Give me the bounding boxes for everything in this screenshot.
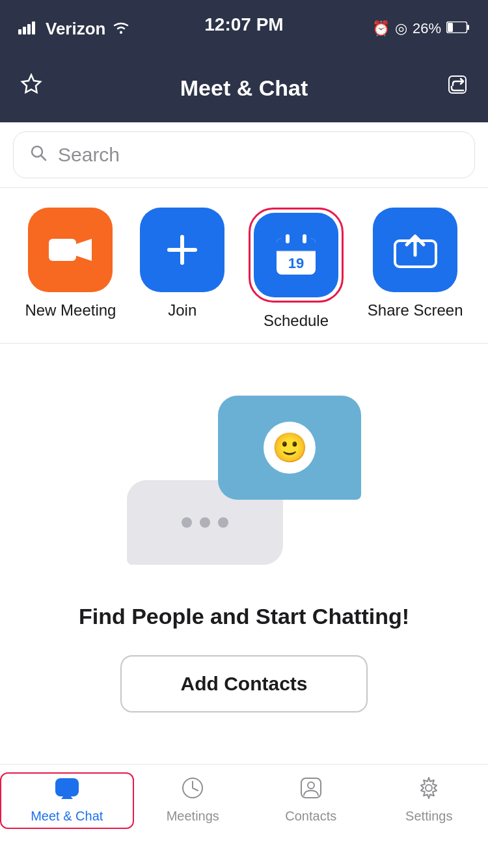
join-action[interactable]: Join (140, 208, 224, 319)
svg-point-25 (426, 785, 432, 791)
dot-2 (200, 517, 210, 528)
dot-3 (218, 517, 228, 528)
svg-rect-19 (303, 234, 306, 243)
schedule-highlight: 19 (249, 208, 344, 303)
share-screen-button[interactable] (373, 208, 457, 292)
wifi-icon (112, 19, 130, 39)
share-screen-label: Share Screen (368, 301, 463, 319)
nav-item-settings[interactable]: Settings (370, 776, 489, 824)
battery-icon (446, 20, 470, 37)
search-icon (29, 144, 47, 167)
meet-chat-nav-label: Meet & Chat (31, 809, 103, 824)
status-time: 12:07 PM (204, 14, 283, 35)
status-right: ⏰ ◎ 26% (372, 20, 470, 37)
bottom-nav: Meet & Chat Meetings Contacts (0, 764, 488, 868)
share-screen-action[interactable]: Share Screen (368, 208, 463, 319)
signal-icon (18, 19, 39, 39)
schedule-action[interactable]: 19 Schedule (249, 208, 344, 330)
svg-point-4 (120, 31, 122, 34)
status-left: Verizon (18, 19, 130, 39)
search-placeholder-text: Search (58, 144, 120, 166)
svg-rect-7 (448, 23, 453, 32)
new-meeting-action[interactable]: New Meeting (25, 208, 116, 319)
meetings-icon (181, 776, 204, 805)
svg-point-24 (308, 782, 314, 789)
svg-rect-1 (23, 27, 26, 34)
add-contacts-button[interactable]: Add Contacts (120, 655, 368, 712)
meetings-nav-label: Meetings (167, 809, 219, 824)
favorite-icon[interactable] (20, 72, 43, 101)
add-contacts-label: Add Contacts (181, 673, 308, 695)
svg-rect-21 (55, 778, 79, 796)
alarm-icon: ⏰ (372, 20, 390, 37)
search-bar[interactable]: Search (13, 131, 475, 178)
chat-illustration: 🙂 (120, 396, 368, 578)
nav-item-contacts[interactable]: Contacts (252, 776, 370, 824)
svg-text:19: 19 (288, 255, 304, 271)
battery-label: 26% (413, 20, 441, 37)
contacts-nav-label: Contacts (285, 809, 336, 824)
schedule-label: Schedule (264, 312, 329, 330)
status-bar: Verizon 12:07 PM ⏰ ◎ 26% (0, 0, 488, 57)
contacts-icon (299, 776, 323, 805)
actions-row: New Meeting Join (0, 188, 488, 344)
main-content: 🙂 Find People and Start Chatting! Add Co… (0, 357, 488, 739)
app-header: Meet & Chat (0, 57, 488, 122)
find-people-text: Find People and Start Chatting! (79, 604, 409, 629)
location-icon: ◎ (395, 20, 407, 37)
nav-item-meet-chat[interactable]: Meet & Chat (0, 772, 134, 829)
smiley-face: 🙂 (264, 422, 316, 474)
svg-rect-2 (27, 24, 31, 34)
svg-rect-15 (277, 245, 316, 251)
new-meeting-button[interactable] (28, 208, 113, 292)
settings-icon (417, 776, 441, 805)
svg-rect-3 (32, 21, 35, 34)
meet-chat-icon (55, 778, 79, 805)
join-label: Join (168, 301, 197, 319)
dot-1 (182, 517, 192, 528)
svg-rect-18 (286, 234, 290, 243)
new-meeting-label: New Meeting (25, 301, 116, 319)
share-icon[interactable] (446, 74, 468, 100)
page-title: Meet & Chat (180, 75, 308, 101)
schedule-button[interactable]: 19 (254, 213, 338, 297)
search-container: Search (0, 122, 488, 188)
carrier-label: Verizon (46, 19, 105, 39)
join-button[interactable] (140, 208, 224, 292)
settings-nav-label: Settings (405, 809, 452, 824)
svg-rect-6 (467, 25, 469, 30)
blue-bubble: 🙂 (218, 396, 361, 500)
nav-item-meetings[interactable]: Meetings (134, 776, 252, 824)
svg-rect-0 (18, 29, 21, 34)
svg-rect-10 (49, 239, 76, 261)
